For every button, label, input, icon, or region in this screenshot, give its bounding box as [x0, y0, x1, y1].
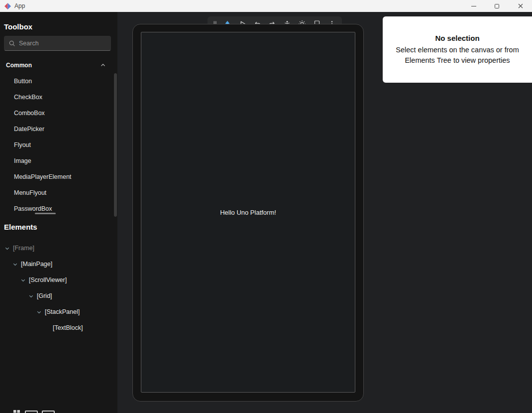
tree-item-label: [Grid]: [37, 292, 52, 299]
tree-item-grid[interactable]: [Grid]: [0, 288, 117, 304]
taskbar-app-icon: [42, 411, 55, 413]
chevron-down-icon[interactable]: [19, 276, 27, 284]
tree-item-label: [MainPage]: [21, 261, 52, 268]
close-icon: [518, 3, 523, 8]
minimize-icon: [471, 6, 476, 6]
app-window: { "window": { "title": "App" }, "toolbox…: [0, 0, 532, 413]
design-canvas[interactable]: Hello Uno Platform!: [141, 32, 355, 393]
properties-panel: No selection Select elements on the canv…: [383, 16, 532, 83]
chevron-down-icon[interactable]: [27, 292, 35, 300]
tree-item-scrollviewer[interactable]: [ScrollViewer]: [0, 272, 117, 288]
no-selection-message: Select elements on the canvas or from El…: [390, 45, 525, 65]
canvas-textblock[interactable]: Hello Uno Platform!: [220, 209, 276, 216]
main-content: Toolbox Common Button CheckBox ComboBox …: [0, 12, 532, 413]
section-label: Common: [6, 62, 32, 69]
device-frame: Hello Uno Platform!: [132, 24, 364, 402]
toolbox-item-image[interactable]: Image: [0, 153, 117, 169]
taskbar-app-icon: [25, 411, 38, 413]
design-workspace: Hello Uno Platform! No selection Select …: [117, 12, 532, 413]
elements-tree: [Frame] [MainPage] [ScrollViewer] [Grid]: [0, 240, 117, 336]
toolbox-section-common[interactable]: Common: [0, 60, 117, 70]
search-input[interactable]: [19, 40, 106, 47]
toolbox-item-combobox[interactable]: ComboBox: [0, 105, 117, 121]
toolbox-vertical-scrollbar[interactable]: [114, 73, 117, 217]
toolbox-search[interactable]: [4, 36, 111, 51]
toolbox-item-datepicker[interactable]: DatePicker: [0, 121, 117, 137]
chevron-up-icon[interactable]: [100, 62, 106, 69]
search-icon: [8, 40, 15, 47]
maximize-button[interactable]: [485, 0, 509, 12]
chevron-down-icon[interactable]: [35, 308, 43, 316]
toolbox-item-menuflyout[interactable]: MenuFlyout: [0, 185, 117, 201]
tree-item-frame[interactable]: [Frame]: [0, 240, 117, 256]
tree-item-mainpage[interactable]: [MainPage]: [0, 256, 117, 272]
tree-item-textblock[interactable]: [TextBlock]: [0, 320, 117, 336]
titlebar-left: App: [0, 2, 25, 9]
tree-item-label: [Frame]: [13, 245, 34, 252]
toolbox-list: Button CheckBox ComboBox DatePicker Flyo…: [0, 73, 117, 217]
close-button[interactable]: [509, 0, 532, 12]
elements-title: Elements: [4, 222, 117, 232]
window-title: App: [14, 2, 25, 9]
toolbox-item-button[interactable]: Button: [0, 73, 117, 89]
tree-item-stackpanel[interactable]: [StackPanel]: [0, 304, 117, 320]
toolbox-horizontal-scrollbar[interactable]: [35, 213, 56, 214]
tree-item-label: [TextBlock]: [53, 324, 83, 331]
tree-item-label: [StackPanel]: [45, 308, 80, 315]
minimize-button[interactable]: [462, 0, 485, 12]
titlebar: App: [0, 0, 532, 12]
sidebar: Toolbox Common Button CheckBox ComboBox …: [0, 12, 117, 413]
window-controls: [462, 0, 532, 12]
toolbox-item-flyout[interactable]: Flyout: [0, 137, 117, 153]
toolbox-item-mediaplayerelement[interactable]: MediaPlayerElement: [0, 169, 117, 185]
toolbox-item-passwordbox[interactable]: PasswordBox: [0, 201, 117, 217]
chevron-down-icon[interactable]: [3, 244, 11, 252]
app-logo-icon: [4, 3, 11, 9]
toolbox-item-checkbox[interactable]: CheckBox: [0, 89, 117, 105]
tree-item-label: [ScrollViewer]: [29, 276, 67, 283]
no-selection-title: No selection: [435, 34, 479, 42]
toolbox-title: Toolbox: [4, 22, 117, 32]
chevron-down-icon[interactable]: [11, 260, 19, 268]
maximize-icon: [495, 4, 499, 8]
taskbar-grid-icon: [13, 410, 20, 413]
